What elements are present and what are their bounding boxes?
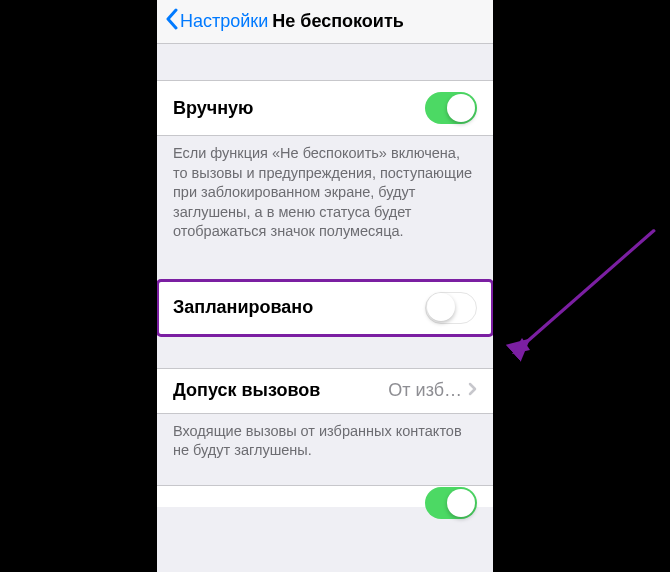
content: Вручную Если функция «Не беспокоить» вкл… — [157, 44, 493, 572]
page-title: Не беспокоить — [272, 11, 404, 32]
partial-row — [157, 485, 493, 507]
svg-line-1 — [518, 230, 655, 350]
manual-toggle[interactable] — [425, 92, 477, 124]
partial-toggle[interactable] — [425, 487, 477, 519]
chevron-left-icon — [165, 8, 178, 35]
allow-calls-row[interactable]: Допуск вызовов От изб… — [157, 368, 493, 414]
manual-row: Вручную — [157, 80, 493, 136]
back-label: Настройки — [180, 11, 268, 32]
manual-label: Вручную — [173, 98, 253, 119]
settings-screen: Настройки Не беспокоить Вручную Если фун… — [157, 0, 493, 572]
svg-line-0 — [517, 230, 654, 350]
back-button[interactable]: Настройки — [165, 8, 268, 35]
scheduled-row: Запланировано — [157, 280, 493, 336]
manual-footer: Если функция «Не беспокоить» включена, т… — [157, 136, 493, 248]
annotation-arrow — [500, 220, 670, 380]
svg-marker-2 — [512, 338, 530, 354]
allow-calls-label: Допуск вызовов — [173, 380, 320, 401]
scheduled-label: Запланировано — [173, 297, 313, 318]
scheduled-toggle[interactable] — [425, 292, 477, 324]
allow-calls-value: От изб… — [388, 380, 462, 401]
allow-calls-footer: Входящие вызовы от избранных контактов н… — [157, 414, 493, 467]
chevron-right-icon — [468, 382, 477, 400]
nav-bar: Настройки Не беспокоить — [157, 0, 493, 44]
